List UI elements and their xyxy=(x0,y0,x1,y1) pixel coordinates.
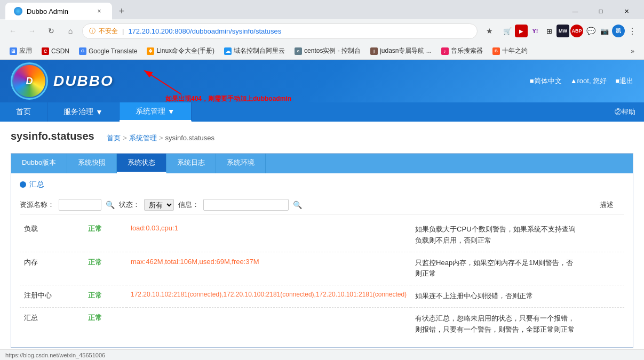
breadcrumb-system[interactable]: 系统管理 xyxy=(129,133,157,143)
bookmark-apps[interactable]: ⊞ 应用 xyxy=(5,45,36,57)
bookmark-csdn[interactable]: C CSDN xyxy=(37,46,74,57)
adblock-icon[interactable]: ABP xyxy=(570,25,583,37)
minimize-button[interactable]: — xyxy=(563,3,587,19)
bookmark-music[interactable]: ♪ 音乐搜索器 xyxy=(437,45,487,57)
mw-icon[interactable]: MW xyxy=(556,25,569,37)
browser-chrome: Dubbo Admin × + — □ ✕ ← → ↻ ⌂ ⓘ 不安全 | 17… xyxy=(0,0,644,60)
table-body: 负载 正常 load:0.03,cpu:1 如果负载大于CPU个数则警告，如果系… xyxy=(20,219,624,341)
logo-circle: D xyxy=(11,62,48,100)
breadcrumb-sep-1: > xyxy=(123,134,127,142)
nav-home[interactable]: 首页 xyxy=(0,102,47,122)
bookmark-linux[interactable]: ❖ Linux命令大全(手册) xyxy=(142,45,219,57)
avatar-icon[interactable]: 凯 xyxy=(612,25,625,37)
tab-system-snapshot[interactable]: 系统快照 xyxy=(67,154,117,173)
row-3-name: 注册中心 xyxy=(20,285,84,308)
google-icon: G xyxy=(79,47,86,55)
bookmark-google-translate[interactable]: G Google Translate xyxy=(75,46,141,57)
nav-help[interactable]: ②帮助 xyxy=(606,102,644,122)
grid-icon[interactable]: ⊞ xyxy=(543,25,555,37)
maximize-button[interactable]: □ xyxy=(589,3,613,19)
nav-service[interactable]: 服务治理 ▼ xyxy=(47,102,120,122)
row-1-status: 正常 xyxy=(84,219,126,252)
row-1-name: 负载 xyxy=(20,219,84,252)
summary-dot-icon xyxy=(20,181,26,188)
bookmark-linux-label: Linux命令大全(手册) xyxy=(156,46,214,55)
logo-inner: D xyxy=(13,65,45,97)
ten-icon: B xyxy=(492,47,500,55)
bookmark-judasn-label: judasn专属导航 ... xyxy=(380,46,432,55)
table-row: 负载 正常 load:0.03,cpu:1 如果负载大于CPU个数则警告，如果系… xyxy=(20,219,624,252)
tab-dubbo-version[interactable]: Dubbo版本 xyxy=(11,154,67,173)
url-text: 172.20.10.200:8080/dubboadmin/sysinfo/st… xyxy=(128,27,281,35)
url-bar[interactable]: ⓘ 不安全 | 172.20.10.200:8080/dubboadmin/sy… xyxy=(82,23,478,39)
status-filter-label: 状态： xyxy=(119,200,140,210)
bookmark-domain[interactable]: ☁ 域名控制台阿里云 xyxy=(220,45,289,57)
bookmark-star-button[interactable]: ★ xyxy=(482,23,497,38)
summary-header[interactable]: 汇总 xyxy=(20,180,624,189)
summary-label: 汇总 xyxy=(29,180,44,189)
bookmark-judasn[interactable]: j judasn专属导航 ... xyxy=(366,45,436,57)
tab-system-env[interactable]: 系统环境 xyxy=(216,154,266,173)
status-filter-select[interactable]: 所有 正常 异常 xyxy=(144,199,174,211)
photo-icon[interactable]: 📷 xyxy=(598,25,611,37)
apps-icon: ⊞ xyxy=(10,47,17,55)
row-4-name: 汇总 xyxy=(20,307,84,340)
system-arrow-icon: ▼ xyxy=(168,107,175,116)
youtube-icon[interactable]: ▶ xyxy=(515,25,528,37)
wechat-icon[interactable]: 💬 xyxy=(584,25,597,37)
info-search-icon[interactable]: 🔍 xyxy=(293,201,302,209)
nav-system[interactable]: 系统管理 ▼ xyxy=(120,102,192,122)
row-3-info: 172.20.10.102:2181(connected),172.20.10.… xyxy=(126,285,411,308)
address-bar: ← → ↻ ⌂ ⓘ 不安全 | 172.20.10.200:8080/dubbo… xyxy=(0,19,644,43)
tab-close-button[interactable]: × xyxy=(95,7,104,15)
tab-system-log[interactable]: 系统日志 xyxy=(166,154,216,173)
lang-switch[interactable]: ■简体中文 xyxy=(530,76,562,86)
bookmark-centos-label: centos实例 - 控制台 xyxy=(304,46,361,55)
bookmarks-bar: ⊞ 应用 C CSDN G Google Translate ❖ Linux命令… xyxy=(0,43,644,60)
tab-favicon xyxy=(14,7,22,15)
bookmarks-more[interactable]: » xyxy=(626,46,639,57)
row-3-desc: 如果连不上注册中心则报错，否则正常 xyxy=(411,285,624,308)
data-table: 负载 正常 load:0.03,cpu:1 如果负载大于CPU个数则警告，如果系… xyxy=(20,219,624,341)
user-info[interactable]: ▲root, 您好 xyxy=(570,76,607,86)
new-tab-button[interactable]: + xyxy=(114,4,129,19)
table-row: 内存 正常 max:462M,total:106M,used:69M,free:… xyxy=(20,252,624,285)
info-filter-input[interactable] xyxy=(203,199,289,211)
row-1-desc: 如果负载大于CPU个数则警告，如果系统不支持查询负载则不启用，否则正常 xyxy=(411,219,624,252)
back-button[interactable]: ← xyxy=(5,23,20,38)
logo-inner-text: D xyxy=(26,76,33,87)
main-content: sysinfo.statuses 首页 > 系统管理 > sysinfo.sta… xyxy=(0,122,644,360)
close-button[interactable]: ✕ xyxy=(614,3,639,19)
status-url: https://blog.csdn.net/weixin_45651006 xyxy=(5,352,105,358)
info-filter-label: 信息： xyxy=(178,200,199,210)
browser-status-bar: https://blog.csdn.net/weixin_45651006 xyxy=(0,349,644,360)
breadcrumb-current: sysinfo.statuses xyxy=(165,134,215,142)
row-2-desc: 只监控Heap内存，如果空闲内存不足1M则警告，否则正常 xyxy=(411,252,624,285)
bookmark-domain-label: 域名控制台阿里云 xyxy=(234,46,285,55)
active-tab[interactable]: Dubbo Admin × xyxy=(5,3,112,20)
bookmark-centos[interactable]: c centos实例 - 控制台 xyxy=(290,45,365,57)
tab-system-status[interactable]: 系统状态 xyxy=(117,154,166,173)
name-search-icon[interactable]: 🔍 xyxy=(106,201,115,209)
csdn-icon: C xyxy=(42,47,49,55)
extensions-icon[interactable]: 🛒 xyxy=(501,25,514,37)
breadcrumb: 首页 > 系统管理 > sysinfo.statuses xyxy=(107,133,214,143)
logout-link[interactable]: ■退出 xyxy=(615,76,633,86)
home-button[interactable]: ⌂ xyxy=(63,23,78,38)
row-2-name: 内存 xyxy=(20,252,84,285)
bookmark-csdn-label: CSDN xyxy=(51,47,69,55)
dubbo-header: D DUBBO ■简体中文 ▲root, 您好 ■退出 xyxy=(0,60,644,102)
window-controls: — □ ✕ xyxy=(563,3,639,19)
tab-content: 汇总 资源名称： 🔍 状态： 所有 正常 异常 信息： 🔍 xyxy=(11,173,633,347)
name-filter-input[interactable] xyxy=(59,199,101,211)
reload-button[interactable]: ↻ xyxy=(44,23,59,38)
breadcrumb-home[interactable]: 首页 xyxy=(107,133,121,143)
bookmark-ten[interactable]: B 十年之约 xyxy=(488,45,532,57)
row-2-info: max:462M,total:106M,used:69M,free:37M xyxy=(126,252,411,285)
header-right: ■简体中文 ▲root, 您好 ■退出 xyxy=(530,76,633,86)
yahoo-icon[interactable]: Y! xyxy=(529,25,542,37)
tab-header: Dubbo版本 系统快照 系统状态 系统日志 系统环境 xyxy=(11,154,633,173)
menu-button[interactable]: ⋮ xyxy=(626,25,639,37)
forward-button[interactable]: → xyxy=(25,23,39,38)
filter-row: 资源名称： 🔍 状态： 所有 正常 异常 信息： 🔍 描述 xyxy=(20,196,624,214)
